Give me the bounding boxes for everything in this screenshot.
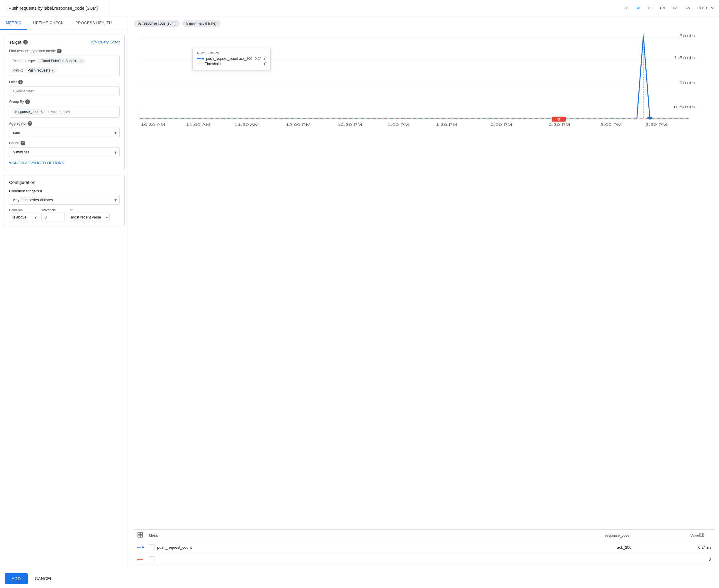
- columns-icon[interactable]: [699, 532, 704, 538]
- tooltip-row1-label: push_request_count ack_200: [206, 57, 252, 61]
- svg-text:2:00 PM: 2:00 PM: [491, 123, 512, 127]
- chart-svg: 2/min 1.5/min 1/min 0.5/min: [134, 30, 714, 130]
- find-resource-help-icon[interactable]: ?: [57, 49, 62, 54]
- tabs: METRIC UPTIME CHECK PROCESS HEALTH: [0, 16, 129, 30]
- svg-text:12:00 PM: 12:00 PM: [286, 123, 311, 127]
- for-select[interactable]: most recent value1 minute5 minutes10 min…: [68, 213, 110, 222]
- time-btn-custom[interactable]: CUSTOM: [697, 5, 714, 12]
- app-container: 1H 6H 1D 1W 1M 6W CUSTOM METRIC UPTIME C…: [0, 0, 719, 588]
- target-title: Target: [9, 40, 21, 45]
- tab-uptime-check[interactable]: UPTIME CHECK: [27, 16, 69, 29]
- threshold-col: Threshold: [41, 208, 65, 222]
- time-btn-1m[interactable]: 1M: [672, 5, 678, 12]
- group-by-label: Group By ?: [9, 100, 120, 104]
- query-editor-label: Query Editor: [98, 40, 120, 44]
- target-help-icon[interactable]: ?: [23, 40, 28, 45]
- configuration-title: Configuration: [9, 180, 120, 185]
- time-btn-1d[interactable]: 1D: [647, 5, 653, 12]
- threshold-col-label: Threshold: [41, 208, 65, 212]
- row-2-value: 0: [676, 557, 711, 562]
- add-label-text[interactable]: + Add a label: [47, 110, 70, 114]
- chart-chip-response-code[interactable]: by response code (sum): [134, 20, 180, 27]
- header-bar: 1H 6H 1D 1W 1M 6W CUSTOM: [0, 0, 719, 16]
- row-2-indicator: [137, 559, 149, 560]
- value-col-header: Value: [664, 533, 699, 538]
- time-btn-1w[interactable]: 1W: [659, 5, 666, 12]
- aggregator-help-icon[interactable]: ?: [27, 121, 32, 126]
- add-button[interactable]: ADD: [5, 573, 28, 584]
- cancel-button[interactable]: CANCEL: [33, 573, 55, 584]
- group-by-help-icon[interactable]: ?: [25, 100, 30, 104]
- condition-triggers-select[interactable]: Any time series violatesAll time series …: [9, 195, 120, 205]
- svg-text:11:00 AM: 11:00 AM: [186, 123, 211, 127]
- filter-input[interactable]: [9, 86, 120, 96]
- row-1-checkbox[interactable]: [149, 544, 155, 550]
- row-1-response-code: ack_200: [617, 545, 676, 550]
- svg-rect-26: [138, 535, 140, 537]
- time-range-buttons: 1H 6H 1D 1W 1M 6W CUSTOM: [623, 5, 714, 12]
- main-content: METRIC UPTIME CHECK PROCESS HEALTH Targe…: [0, 16, 719, 569]
- query-editor-link[interactable]: </> Query Editor: [91, 40, 120, 45]
- table-row: push_request_count ack_200 0.2/min: [134, 541, 714, 553]
- svg-rect-30: [703, 533, 704, 537]
- resource-type-chip[interactable]: Cloud Pub/Sub Subscr... ×: [38, 58, 86, 64]
- response-code-col-header: response_code: [605, 533, 664, 538]
- resource-type-label: Resource type:: [12, 59, 36, 63]
- group-by-row: Group By ? response_code × + Add a label: [9, 100, 120, 118]
- grid-view-icon[interactable]: [137, 532, 143, 538]
- group-by-chip-close[interactable]: ×: [40, 110, 43, 114]
- aggregator-select[interactable]: summeanminmaxcountcount_truefraction_tru…: [9, 128, 120, 137]
- metric-chip[interactable]: Push requests ×: [25, 67, 57, 74]
- svg-text:0.5/min: 0.5/min: [674, 105, 695, 109]
- condition-row: Condition is aboveis belowis equal to ▾ …: [9, 208, 120, 222]
- svg-text:3:00 PM: 3:00 PM: [600, 123, 622, 127]
- metric-chip-close[interactable]: ×: [51, 68, 54, 72]
- threshold-input[interactable]: [41, 213, 65, 222]
- table-row: 0: [134, 553, 714, 565]
- red-dashed-line-icon: [137, 559, 143, 560]
- target-section: Target ? </> Query Editor Find resource …: [4, 35, 125, 170]
- svg-text:1:30 PM: 1:30 PM: [436, 123, 458, 127]
- time-btn-6h[interactable]: 6H: [635, 5, 641, 12]
- configuration-section: Configuration Condition triggers if Any …: [4, 175, 125, 226]
- row-1-indicator: [137, 546, 149, 548]
- for-col-label: For: [68, 208, 110, 212]
- metric-row: Metric: Push requests ×: [12, 67, 117, 74]
- metric-col-header: Metric: [149, 533, 605, 538]
- show-advanced-options[interactable]: ▾ SHOW ADVANCED OPTIONS: [9, 161, 120, 165]
- tooltip-row2-value: 0: [264, 62, 266, 66]
- time-btn-6w[interactable]: 6W: [684, 5, 691, 12]
- chart-tooltip: 4/6/21, 2:35 PM push_request_count ack_2…: [192, 48, 271, 70]
- condition-col-label: Condition: [9, 208, 38, 212]
- row-2-checkbox[interactable]: [149, 556, 155, 562]
- group-by-chip[interactable]: response_code ×: [12, 108, 46, 115]
- condition-triggers-container: Any time series violatesAll time series …: [9, 195, 120, 205]
- svg-text:2/min: 2/min: [679, 34, 695, 38]
- tab-metric[interactable]: METRIC: [0, 16, 27, 29]
- footer-bar: ADD CANCEL: [0, 569, 719, 588]
- chart-area: 2/min 1.5/min 1/min 0.5/min: [134, 30, 714, 527]
- metric-label: Metric:: [12, 68, 23, 72]
- resource-type-chip-close[interactable]: ×: [80, 59, 82, 63]
- tooltip-blue-line-icon: [197, 58, 202, 59]
- filter-help-icon[interactable]: ?: [18, 80, 23, 84]
- period-select[interactable]: 1 minute5 minutes10 minutes1 hour: [9, 147, 120, 157]
- condition-col: Condition is aboveis belowis equal to ▾: [9, 208, 38, 222]
- svg-rect-25: [141, 532, 143, 534]
- row-1-metric: push_request_count: [157, 545, 617, 550]
- condition-select[interactable]: is aboveis belowis equal to: [9, 213, 38, 222]
- filter-label: Filter ?: [9, 80, 120, 84]
- condition-select-wrapper: is aboveis belowis equal to ▾: [9, 213, 38, 222]
- time-btn-1h[interactable]: 1H: [623, 5, 629, 12]
- chevron-down-icon: ▾: [9, 161, 11, 165]
- table-icon-col: [137, 532, 149, 539]
- tab-process-health[interactable]: PROCESS HEALTH: [69, 16, 118, 29]
- actions-col-header: [699, 532, 711, 539]
- period-help-icon[interactable]: ?: [21, 141, 25, 145]
- svg-text:11:30 AM: 11:30 AM: [234, 123, 259, 127]
- chart-chip-interval[interactable]: 5 min interval (rate): [182, 20, 220, 27]
- chart-chips: by response code (sum) 5 min interval (r…: [134, 20, 714, 27]
- show-advanced-label: SHOW ADVANCED OPTIONS: [12, 161, 64, 165]
- period-row: Period ? 1 minute5 minutes10 minutes1 ho…: [9, 141, 120, 157]
- title-input[interactable]: [5, 3, 110, 13]
